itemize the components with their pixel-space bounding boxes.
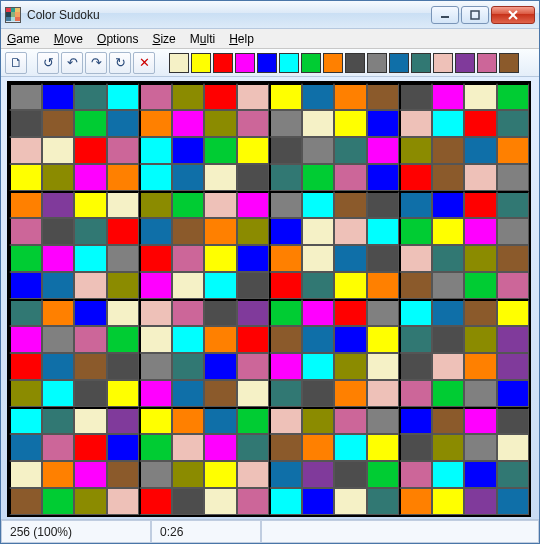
cell-6-12[interactable]	[399, 245, 432, 272]
cell-15-12[interactable]	[399, 488, 432, 515]
cell-4-6[interactable]	[204, 191, 237, 218]
cell-13-2[interactable]	[74, 434, 107, 461]
cell-11-15[interactable]	[497, 380, 530, 407]
cell-8-8[interactable]	[269, 299, 302, 326]
cell-7-9[interactable]	[302, 272, 335, 299]
cell-2-13[interactable]	[432, 137, 465, 164]
redo-icon[interactable]: ↷	[85, 52, 107, 74]
menu-size[interactable]: Size	[152, 32, 175, 46]
cell-3-7[interactable]	[237, 164, 270, 191]
cell-13-7[interactable]	[237, 434, 270, 461]
cell-0-14[interactable]	[464, 83, 497, 110]
cell-1-4[interactable]	[139, 110, 172, 137]
cell-0-6[interactable]	[204, 83, 237, 110]
cell-10-14[interactable]	[464, 353, 497, 380]
cell-1-7[interactable]	[237, 110, 270, 137]
cell-2-4[interactable]	[139, 137, 172, 164]
cell-13-4[interactable]	[139, 434, 172, 461]
cell-13-11[interactable]	[367, 434, 400, 461]
cell-5-14[interactable]	[464, 218, 497, 245]
cell-4-8[interactable]	[269, 191, 302, 218]
cell-12-7[interactable]	[237, 407, 270, 434]
cell-0-13[interactable]	[432, 83, 465, 110]
cell-3-9[interactable]	[302, 164, 335, 191]
cell-8-6[interactable]	[204, 299, 237, 326]
cell-0-11[interactable]	[367, 83, 400, 110]
cell-12-14[interactable]	[464, 407, 497, 434]
palette-color-14[interactable]	[477, 53, 497, 73]
cell-7-1[interactable]	[42, 272, 75, 299]
cell-3-1[interactable]	[42, 164, 75, 191]
cell-13-5[interactable]	[172, 434, 205, 461]
palette-color-8[interactable]	[345, 53, 365, 73]
cell-9-1[interactable]	[42, 326, 75, 353]
cell-7-4[interactable]	[139, 272, 172, 299]
cell-7-14[interactable]	[464, 272, 497, 299]
palette-color-11[interactable]	[411, 53, 431, 73]
cell-14-13[interactable]	[432, 461, 465, 488]
cell-4-11[interactable]	[367, 191, 400, 218]
cell-13-8[interactable]	[269, 434, 302, 461]
palette-color-2[interactable]	[213, 53, 233, 73]
cell-11-14[interactable]	[464, 380, 497, 407]
cell-4-5[interactable]	[172, 191, 205, 218]
cell-9-6[interactable]	[204, 326, 237, 353]
cell-13-12[interactable]	[399, 434, 432, 461]
cell-4-10[interactable]	[334, 191, 367, 218]
cell-8-5[interactable]	[172, 299, 205, 326]
cell-14-3[interactable]	[107, 461, 140, 488]
cell-3-5[interactable]	[172, 164, 205, 191]
cell-2-1[interactable]	[42, 137, 75, 164]
cell-14-5[interactable]	[172, 461, 205, 488]
cell-8-14[interactable]	[464, 299, 497, 326]
cell-14-14[interactable]	[464, 461, 497, 488]
cell-8-12[interactable]	[399, 299, 432, 326]
cell-15-4[interactable]	[139, 488, 172, 515]
cell-14-10[interactable]	[334, 461, 367, 488]
cell-14-11[interactable]	[367, 461, 400, 488]
cell-5-2[interactable]	[74, 218, 107, 245]
cell-9-11[interactable]	[367, 326, 400, 353]
palette-color-15[interactable]	[499, 53, 519, 73]
cell-6-13[interactable]	[432, 245, 465, 272]
palette-color-4[interactable]	[257, 53, 277, 73]
cell-6-15[interactable]	[497, 245, 530, 272]
cell-9-7[interactable]	[237, 326, 270, 353]
cell-12-4[interactable]	[139, 407, 172, 434]
cell-3-3[interactable]	[107, 164, 140, 191]
cell-9-9[interactable]	[302, 326, 335, 353]
cell-12-10[interactable]	[334, 407, 367, 434]
cell-1-6[interactable]	[204, 110, 237, 137]
cell-10-11[interactable]	[367, 353, 400, 380]
cell-15-10[interactable]	[334, 488, 367, 515]
cell-14-1[interactable]	[42, 461, 75, 488]
cell-10-10[interactable]	[334, 353, 367, 380]
cell-4-14[interactable]	[464, 191, 497, 218]
cell-10-8[interactable]	[269, 353, 302, 380]
cell-4-3[interactable]	[107, 191, 140, 218]
sudoku-board[interactable]	[7, 81, 531, 517]
cell-12-13[interactable]	[432, 407, 465, 434]
cell-11-5[interactable]	[172, 380, 205, 407]
cell-13-15[interactable]	[497, 434, 530, 461]
cell-8-0[interactable]	[9, 299, 42, 326]
cell-1-1[interactable]	[42, 110, 75, 137]
palette-color-3[interactable]	[235, 53, 255, 73]
cell-7-11[interactable]	[367, 272, 400, 299]
cell-14-6[interactable]	[204, 461, 237, 488]
cell-11-12[interactable]	[399, 380, 432, 407]
cell-15-9[interactable]	[302, 488, 335, 515]
cell-13-13[interactable]	[432, 434, 465, 461]
cell-9-10[interactable]	[334, 326, 367, 353]
cell-9-0[interactable]	[9, 326, 42, 353]
cell-6-0[interactable]	[9, 245, 42, 272]
cell-6-8[interactable]	[269, 245, 302, 272]
palette-color-5[interactable]	[279, 53, 299, 73]
cell-15-1[interactable]	[42, 488, 75, 515]
menu-help[interactable]: Help	[229, 32, 254, 46]
cell-14-2[interactable]	[74, 461, 107, 488]
cell-11-2[interactable]	[74, 380, 107, 407]
cell-15-11[interactable]	[367, 488, 400, 515]
cell-2-9[interactable]	[302, 137, 335, 164]
cell-2-5[interactable]	[172, 137, 205, 164]
